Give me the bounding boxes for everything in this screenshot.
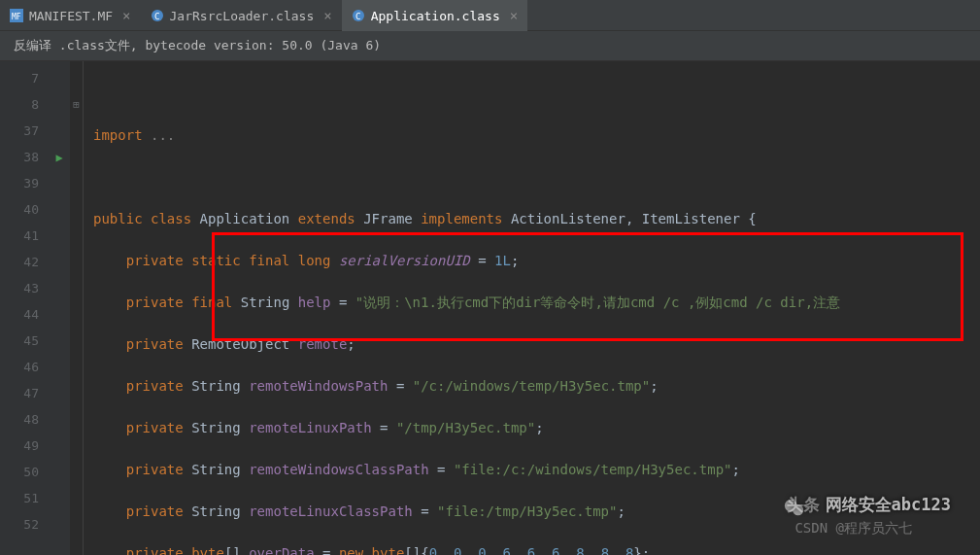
class-file-icon: C xyxy=(352,9,365,22)
line-number[interactable]: 46 xyxy=(0,354,49,380)
decompile-status: 反编译 .class文件, bytecode version: 50.0 (Ja… xyxy=(0,31,980,61)
code-area[interactable]: import ... public class Application exte… xyxy=(84,61,980,555)
watermark-csdn: CSDN @程序员六七 xyxy=(794,520,912,538)
line-number[interactable]: 43 xyxy=(0,275,49,301)
line-number[interactable]: 45 xyxy=(0,328,49,354)
code-editor: 7 8 37 38 39 40 41 42 43 44 45 46 47 48 … xyxy=(0,61,980,555)
line-number[interactable]: 40 xyxy=(0,196,49,223)
tab-label: Application.class xyxy=(371,9,500,23)
run-icon[interactable]: ▶ xyxy=(49,144,70,170)
fold-icon[interactable]: ⊞ xyxy=(70,91,83,118)
line-number[interactable]: 38 xyxy=(0,144,49,170)
line-number[interactable]: 7 xyxy=(0,65,49,91)
line-number-gutter: 7 8 37 38 39 40 41 42 43 44 45 46 47 48 … xyxy=(0,61,49,555)
line-number[interactable]: 48 xyxy=(0,406,49,433)
svg-text:C: C xyxy=(355,12,360,21)
mf-file-icon: MF xyxy=(10,9,23,22)
watermark-text: 头条网络安全abc123 xyxy=(787,494,951,516)
svg-text:C: C xyxy=(154,12,159,21)
tab-application[interactable]: C Application.class × xyxy=(342,0,528,31)
line-number[interactable]: 37 xyxy=(0,118,49,144)
close-icon[interactable]: × xyxy=(510,8,518,23)
tab-label: JarRsrcLoader.class xyxy=(170,9,315,23)
line-number[interactable]: 47 xyxy=(0,380,49,406)
svg-text:MF: MF xyxy=(12,13,21,21)
tab-jarrsrcloader[interactable]: C JarRsrcLoader.class × xyxy=(141,0,342,31)
line-number[interactable]: 52 xyxy=(0,511,49,538)
tab-label: MANIFEST.MF xyxy=(29,9,113,23)
line-number[interactable]: 51 xyxy=(0,485,49,511)
run-gutter: ▶ xyxy=(49,61,70,555)
editor-tabs: MF MANIFEST.MF × C JarRsrcLoader.class ×… xyxy=(0,0,980,31)
close-icon[interactable]: × xyxy=(323,8,331,23)
line-number[interactable]: 39 xyxy=(0,170,49,196)
line-number[interactable]: 42 xyxy=(0,249,49,275)
class-file-icon: C xyxy=(151,9,164,22)
close-icon[interactable]: × xyxy=(122,8,130,23)
fold-gutter: ⊞ xyxy=(70,61,84,555)
tab-manifest[interactable]: MF MANIFEST.MF × xyxy=(0,0,141,31)
line-number[interactable]: 44 xyxy=(0,301,49,328)
line-number[interactable]: 8 xyxy=(0,91,49,118)
line-number[interactable]: 49 xyxy=(0,433,49,459)
line-number[interactable]: 41 xyxy=(0,223,49,249)
line-number[interactable]: 50 xyxy=(0,459,49,485)
